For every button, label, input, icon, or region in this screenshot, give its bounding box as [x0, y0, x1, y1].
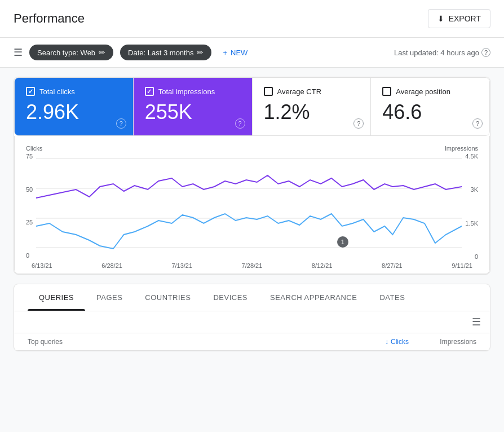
tab-dates[interactable]: DATES: [368, 284, 416, 311]
main-content: Total clicks 2.96K ? Total impressions 2…: [0, 68, 504, 360]
clicks-title: Total clicks: [39, 87, 75, 96]
filter-list-icon[interactable]: ☰: [472, 316, 481, 328]
tab-pages[interactable]: PAGES: [85, 284, 134, 311]
last-updated: Last updated: 4 hours ago ?: [394, 48, 490, 57]
metric-cards: Total clicks 2.96K ? Total impressions 2…: [14, 77, 490, 136]
new-button[interactable]: + NEW: [218, 45, 252, 60]
position-checkbox[interactable]: [382, 87, 391, 96]
x-label-2: 7/13/21: [171, 262, 192, 269]
y-right-15k: 1.5K: [465, 220, 478, 227]
chart-svg: [36, 153, 462, 260]
date-chip[interactable]: Date: Last 3 months ✏: [120, 45, 211, 60]
x-label-1: 6/28/21: [101, 262, 122, 269]
tabs-bar: QUERIES PAGES COUNTRIES DEVICES SEARCH A…: [14, 284, 490, 311]
position-value: 46.6: [382, 100, 478, 124]
export-button[interactable]: ⬇ EXPORT: [428, 9, 490, 28]
x-label-6: 9/11/21: [452, 262, 472, 269]
sort-down-icon: ↓: [385, 338, 388, 346]
tab-countries[interactable]: COUNTRIES: [134, 284, 202, 311]
position-help[interactable]: ?: [472, 118, 483, 129]
help-icon[interactable]: ?: [481, 48, 490, 57]
top-bar: Performance ⬇ EXPORT: [0, 0, 504, 38]
y-right-3k: 3K: [465, 186, 478, 193]
y-axis-left-title: Clicks: [26, 145, 42, 152]
y-right-0: 0: [465, 253, 478, 260]
position-title: Average position: [396, 87, 450, 96]
ctr-title: Average CTR: [277, 87, 322, 96]
ctr-value: 1.2%: [264, 100, 360, 124]
clicks-help[interactable]: ?: [116, 118, 126, 129]
page-title: Performance: [14, 11, 85, 26]
y-left-75: 75: [26, 153, 33, 160]
plus-icon: +: [223, 49, 227, 57]
edit-icon: ✏: [197, 48, 204, 57]
col-clicks-header: ↓ Clicks: [352, 338, 409, 346]
tabs-toolbar: ☰: [14, 311, 490, 333]
metric-card-impressions[interactable]: Total impressions 255K ?: [134, 78, 253, 135]
annotation-1[interactable]: 1: [337, 236, 348, 248]
metric-card-position[interactable]: Average position 46.6 ?: [371, 78, 489, 135]
x-label-5: 8/27/21: [382, 262, 403, 269]
export-icon: ⬇: [437, 14, 444, 23]
ctr-help[interactable]: ?: [353, 118, 364, 129]
impressions-checkbox[interactable]: [145, 87, 154, 96]
metric-card-ctr[interactable]: Average CTR 1.2% ?: [253, 78, 372, 135]
impressions-title: Total impressions: [158, 87, 215, 96]
table-header: Top queries ↓ Clicks Impressions: [14, 333, 490, 351]
tab-devices[interactable]: DEVICES: [202, 284, 259, 311]
clicks-value: 2.96K: [26, 100, 122, 124]
clicks-checkbox[interactable]: [26, 87, 35, 96]
x-label-4: 8/12/21: [312, 262, 333, 269]
y-axis-right-title: Impressions: [445, 145, 478, 152]
filter-bar: ☰ Search type: Web ✏ Date: Last 3 months…: [0, 38, 504, 68]
metric-card-clicks[interactable]: Total clicks 2.96K ?: [15, 78, 134, 135]
y-left-25: 25: [26, 219, 33, 226]
edit-icon: ✏: [99, 48, 105, 57]
y-left-50: 50: [26, 186, 33, 193]
filter-icon[interactable]: ☰: [14, 46, 23, 59]
x-label-3: 7/28/21: [242, 262, 263, 269]
x-label-0: 6/13/21: [32, 262, 52, 269]
impressions-help[interactable]: ?: [235, 118, 245, 129]
chart-container: Clicks Impressions 75 50 25 0: [14, 136, 490, 274]
impressions-value: 255K: [145, 100, 241, 124]
col-impressions-header: Impressions: [409, 338, 476, 346]
search-type-chip[interactable]: Search type: Web ✏: [29, 45, 113, 60]
chart-x-labels: 6/13/21 6/28/21 7/13/21 7/28/21 8/12/21 …: [26, 262, 478, 269]
tab-queries[interactable]: QUERIES: [28, 284, 85, 311]
col-left-header: Top queries: [28, 338, 352, 346]
tab-search-appearance[interactable]: SEARCH APPEARANCE: [259, 284, 368, 311]
y-left-0: 0: [26, 252, 33, 259]
tabs-section: QUERIES PAGES COUNTRIES DEVICES SEARCH A…: [14, 284, 490, 351]
ctr-checkbox[interactable]: [264, 87, 273, 96]
y-right-45k: 4.5K: [465, 153, 478, 160]
